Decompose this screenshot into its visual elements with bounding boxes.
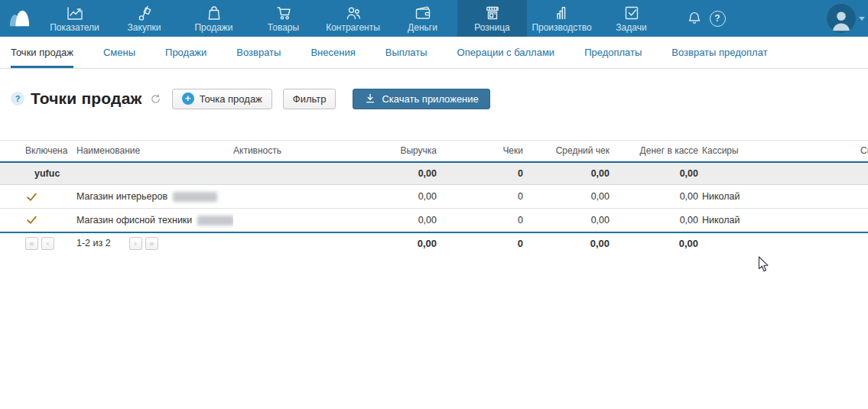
refresh-icon <box>150 93 161 105</box>
nav-item-label: Закупки <box>128 23 161 33</box>
storefront-icon <box>483 4 502 22</box>
question-circle-icon: ? <box>710 11 726 27</box>
notifications-button[interactable] <box>683 0 706 37</box>
filter-label: Фильтр <box>293 93 327 105</box>
plus-icon: + <box>182 93 194 105</box>
download-icon <box>364 93 376 105</box>
nav-item-label: Показатели <box>50 23 99 33</box>
totals-row: « ‹ 1-2 из 2 › » 0,00 0 0,00 0,00 <box>0 232 868 254</box>
tab-returns[interactable]: Возвраты <box>236 37 281 68</box>
nav-item-production[interactable]: Производство <box>527 0 597 37</box>
cell-cashiers: Николай <box>698 209 857 232</box>
column-header-avg-check[interactable]: Средний чек <box>523 141 610 162</box>
account-menu[interactable] <box>827 0 865 37</box>
pos-name[interactable]: Магазин интерьеров <box>76 191 167 202</box>
nav-item-label: Деньги <box>408 23 437 33</box>
add-point-of-sale-button[interactable]: + Точка продаж <box>172 89 272 109</box>
enabled-check-icon <box>25 213 38 226</box>
tab-payouts[interactable]: Выплаты <box>385 37 427 68</box>
pagination: « ‹ 1-2 из 2 › » <box>0 237 336 250</box>
nav-item-money[interactable]: Деньги <box>388 0 457 37</box>
nav-item-counterparties[interactable]: Контрагенты <box>318 0 388 37</box>
group-row[interactable]: yufuc 0,00 0 0,00 0,00 <box>0 162 868 185</box>
tab-points-of-sale[interactable]: Точки продаж <box>11 37 73 68</box>
tab-bonus-operations[interactable]: Операции с баллами <box>457 37 555 68</box>
nav-item-purchases[interactable]: Закупки <box>109 0 179 37</box>
bar-chart-icon <box>553 4 571 22</box>
pagination-first-button[interactable]: « <box>25 237 38 250</box>
nav-item-goods[interactable]: Товары <box>249 0 318 37</box>
cell-cashiers: Николай <box>698 185 857 209</box>
retail-section-tabs: Точки продаж Смены Продажи Возвраты Внес… <box>0 37 868 69</box>
wallet-icon <box>414 4 432 22</box>
nav-item-label: Розница <box>474 23 509 33</box>
group-name: yufuc <box>0 162 336 185</box>
total-cash: 0,00 <box>610 232 698 254</box>
pos-name[interactable]: Магазин офисной техники <box>76 215 192 226</box>
tab-prepayment-returns[interactable]: Возвраты предоплат <box>671 37 767 68</box>
column-header-name[interactable]: Наименование <box>76 141 233 162</box>
download-app-button[interactable]: Скачать приложение <box>353 89 489 109</box>
avatar <box>827 4 856 33</box>
table-row[interactable]: Магазин интерьеров 0,00 0 0,00 0,00 Нико… <box>0 185 868 209</box>
pagination-next-button[interactable]: › <box>129 237 142 250</box>
cell-revenue: 0,00 <box>336 209 437 232</box>
tab-deposits[interactable]: Внесения <box>310 37 355 68</box>
pagination-prev-button[interactable]: ‹ <box>41 237 54 250</box>
total-revenue: 0,00 <box>336 232 437 254</box>
nav-item-label: Производство <box>532 23 591 33</box>
page-help-icon[interactable]: ? <box>11 92 24 105</box>
filter-button[interactable]: Фильтр <box>283 89 336 109</box>
top-navigation-bar: Показатели Закупки Продажи Товары <box>0 0 868 37</box>
redacted-text <box>197 216 233 226</box>
group-revenue: 0,00 <box>336 162 437 185</box>
nav-item-indicators[interactable]: Показатели <box>40 0 109 37</box>
nav-item-retail[interactable]: Розница <box>457 0 527 37</box>
pagination-range: 1-2 из 2 <box>76 238 111 248</box>
handtruck-icon <box>135 4 154 22</box>
nav-item-label: Задачи <box>616 23 646 33</box>
column-header-checks[interactable]: Чеки <box>437 141 523 162</box>
table-row[interactable]: Магазин офисной техники 0,00 0 0,00 0,00… <box>0 209 868 232</box>
cell-cash: 0,00 <box>610 185 698 209</box>
main-menu: Показатели Закупки Продажи Товары <box>40 0 666 37</box>
total-checks: 0 <box>437 232 523 254</box>
nav-item-label: Продажи <box>194 23 232 33</box>
mouse-cursor <box>758 256 770 273</box>
column-header-sync[interactable]: Си <box>857 141 868 162</box>
page-title: Точки продаж <box>31 89 142 108</box>
redacted-text <box>173 192 217 202</box>
bell-icon <box>686 10 703 27</box>
user-silhouette-icon <box>828 7 854 33</box>
cell-cash: 0,00 <box>610 209 698 232</box>
app-logo[interactable] <box>0 0 40 37</box>
enabled-check-icon <box>25 190 38 203</box>
column-header-revenue[interactable]: Выручка <box>336 141 437 162</box>
column-header-activity[interactable]: Активность <box>233 141 336 162</box>
help-button[interactable]: ? <box>706 0 729 37</box>
tab-prepayments[interactable]: Предоплаты <box>584 37 642 68</box>
pagination-last-button[interactable]: » <box>145 237 158 250</box>
app-window: Показатели Закупки Продажи Товары <box>0 0 868 409</box>
nav-item-tasks[interactable]: Задачи <box>597 0 666 37</box>
group-cash: 0,00 <box>610 162 698 185</box>
cell-checks: 0 <box>437 185 523 209</box>
cell-revenue: 0,00 <box>336 185 437 209</box>
total-avg-check: 0,00 <box>523 232 610 254</box>
column-header-cashiers[interactable]: Кассиры <box>698 141 857 162</box>
cell-avg-check: 0,00 <box>523 185 610 209</box>
tab-sales[interactable]: Продажи <box>165 37 206 68</box>
group-avg-check: 0,00 <box>523 162 610 185</box>
column-header-enabled[interactable]: Включена <box>0 141 76 162</box>
tab-shifts[interactable]: Смены <box>103 37 135 68</box>
nav-item-sales[interactable]: Продажи <box>179 0 249 37</box>
add-point-of-sale-label: Точка продаж <box>200 93 262 105</box>
points-of-sale-table: Включена Наименование Активность Выручка… <box>0 140 868 254</box>
people-icon <box>344 4 362 22</box>
nav-item-label: Товары <box>268 23 299 33</box>
task-check-icon <box>623 4 641 22</box>
nav-item-label: Контрагенты <box>326 23 380 33</box>
column-header-cash[interactable]: Денег в кассе <box>610 141 698 162</box>
refresh-button[interactable] <box>150 93 161 105</box>
group-checks: 0 <box>437 162 523 185</box>
